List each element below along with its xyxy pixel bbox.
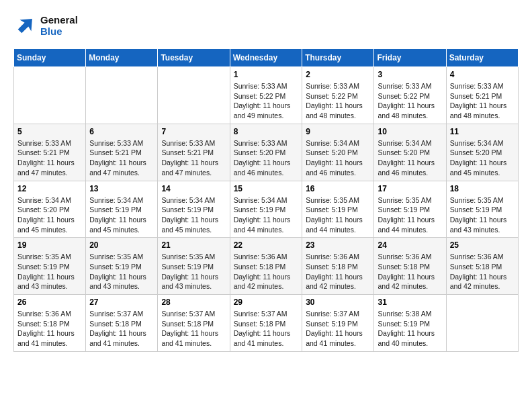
day-number: 28 bbox=[161, 298, 226, 307]
day-info: Sunrise: 5:37 AM Sunset: 5:18 PM Dayligh… bbox=[89, 309, 154, 349]
day-info: Sunrise: 5:35 AM Sunset: 5:19 PM Dayligh… bbox=[306, 195, 370, 235]
calendar-day-8: 8Sunrise: 5:33 AM Sunset: 5:20 PM Daylig… bbox=[230, 124, 302, 181]
calendar-day-2: 2Sunrise: 5:33 AM Sunset: 5:22 PM Daylig… bbox=[302, 67, 374, 124]
day-info: Sunrise: 5:36 AM Sunset: 5:18 PM Dayligh… bbox=[378, 252, 442, 291]
day-number: 22 bbox=[234, 240, 299, 250]
calendar-header-tuesday: Tuesday bbox=[158, 49, 230, 67]
day-info: Sunrise: 5:35 AM Sunset: 5:19 PM Dayligh… bbox=[161, 252, 226, 291]
calendar-header-monday: Monday bbox=[86, 49, 158, 67]
day-number: 25 bbox=[450, 240, 515, 250]
day-info: Sunrise: 5:34 AM Sunset: 5:20 PM Dayligh… bbox=[378, 138, 442, 178]
day-info: Sunrise: 5:34 AM Sunset: 5:20 PM Dayligh… bbox=[450, 138, 515, 178]
day-number: 17 bbox=[378, 184, 442, 193]
page-header: General Blue General Blue bbox=[13, 13, 519, 38]
calendar-empty-cell bbox=[14, 67, 86, 124]
day-info: Sunrise: 5:34 AM Sunset: 5:20 PM Dayligh… bbox=[17, 195, 82, 235]
calendar-day-25: 25Sunrise: 5:36 AM Sunset: 5:18 PM Dayli… bbox=[446, 238, 518, 295]
calendar-header-friday: Friday bbox=[374, 49, 446, 67]
calendar-header-row: SundayMondayTuesdayWednesdayThursdayFrid… bbox=[14, 49, 519, 67]
calendar-day-28: 28Sunrise: 5:37 AM Sunset: 5:18 PM Dayli… bbox=[158, 295, 230, 352]
calendar-day-30: 30Sunrise: 5:37 AM Sunset: 5:19 PM Dayli… bbox=[302, 295, 374, 352]
calendar-header-thursday: Thursday bbox=[302, 49, 374, 67]
calendar-day-17: 17Sunrise: 5:35 AM Sunset: 5:19 PM Dayli… bbox=[374, 181, 446, 238]
day-info: Sunrise: 5:33 AM Sunset: 5:21 PM Dayligh… bbox=[89, 138, 154, 178]
day-info: Sunrise: 5:33 AM Sunset: 5:21 PM Dayligh… bbox=[450, 81, 515, 121]
day-number: 6 bbox=[89, 127, 154, 136]
day-number: 21 bbox=[161, 240, 226, 250]
calendar-header-saturday: Saturday bbox=[446, 49, 518, 67]
day-info: Sunrise: 5:33 AM Sunset: 5:21 PM Dayligh… bbox=[17, 138, 82, 178]
calendar-day-9: 9Sunrise: 5:34 AM Sunset: 5:20 PM Daylig… bbox=[302, 124, 374, 181]
logo-line1: General bbox=[40, 14, 78, 26]
calendar-day-23: 23Sunrise: 5:36 AM Sunset: 5:18 PM Dayli… bbox=[302, 238, 374, 295]
day-info: Sunrise: 5:36 AM Sunset: 5:18 PM Dayligh… bbox=[450, 252, 515, 291]
day-number: 20 bbox=[89, 240, 154, 250]
calendar-day-22: 22Sunrise: 5:36 AM Sunset: 5:18 PM Dayli… bbox=[230, 238, 302, 295]
calendar-empty-cell bbox=[86, 67, 158, 124]
day-number: 27 bbox=[89, 298, 154, 307]
calendar-day-14: 14Sunrise: 5:34 AM Sunset: 5:19 PM Dayli… bbox=[158, 181, 230, 238]
day-info: Sunrise: 5:36 AM Sunset: 5:18 PM Dayligh… bbox=[17, 309, 82, 349]
day-number: 24 bbox=[378, 240, 442, 250]
day-number: 23 bbox=[306, 240, 370, 250]
logo: General Blue General Blue bbox=[13, 13, 78, 38]
calendar-week-row: 12Sunrise: 5:34 AM Sunset: 5:20 PM Dayli… bbox=[14, 181, 519, 238]
calendar-day-27: 27Sunrise: 5:37 AM Sunset: 5:18 PM Dayli… bbox=[86, 295, 158, 352]
day-info: Sunrise: 5:36 AM Sunset: 5:18 PM Dayligh… bbox=[306, 252, 370, 291]
day-info: Sunrise: 5:33 AM Sunset: 5:22 PM Dayligh… bbox=[234, 81, 299, 121]
calendar-table: SundayMondayTuesdayWednesdayThursdayFrid… bbox=[13, 48, 519, 352]
day-info: Sunrise: 5:35 AM Sunset: 5:19 PM Dayligh… bbox=[378, 195, 442, 235]
day-number: 16 bbox=[306, 184, 370, 193]
calendar-day-6: 6Sunrise: 5:33 AM Sunset: 5:21 PM Daylig… bbox=[86, 124, 158, 181]
day-number: 26 bbox=[17, 298, 82, 307]
calendar-day-1: 1Sunrise: 5:33 AM Sunset: 5:22 PM Daylig… bbox=[230, 67, 302, 124]
calendar-day-12: 12Sunrise: 5:34 AM Sunset: 5:20 PM Dayli… bbox=[14, 181, 86, 238]
day-number: 5 bbox=[17, 127, 82, 136]
day-number: 14 bbox=[161, 184, 226, 193]
calendar-day-24: 24Sunrise: 5:36 AM Sunset: 5:18 PM Dayli… bbox=[374, 238, 446, 295]
day-number: 29 bbox=[234, 298, 299, 307]
calendar-week-row: 1Sunrise: 5:33 AM Sunset: 5:22 PM Daylig… bbox=[14, 67, 519, 124]
day-number: 31 bbox=[378, 298, 442, 307]
calendar-day-13: 13Sunrise: 5:34 AM Sunset: 5:19 PM Dayli… bbox=[86, 181, 158, 238]
day-number: 9 bbox=[306, 127, 370, 136]
day-info: Sunrise: 5:33 AM Sunset: 5:21 PM Dayligh… bbox=[161, 138, 226, 178]
day-number: 4 bbox=[450, 70, 515, 79]
logo-line2: Blue bbox=[40, 26, 78, 37]
day-info: Sunrise: 5:34 AM Sunset: 5:20 PM Dayligh… bbox=[306, 138, 370, 178]
day-info: Sunrise: 5:33 AM Sunset: 5:22 PM Dayligh… bbox=[378, 81, 442, 121]
day-info: Sunrise: 5:33 AM Sunset: 5:20 PM Dayligh… bbox=[234, 138, 299, 178]
day-number: 11 bbox=[450, 127, 515, 136]
day-info: Sunrise: 5:36 AM Sunset: 5:18 PM Dayligh… bbox=[234, 252, 299, 291]
day-number: 3 bbox=[378, 70, 442, 79]
day-info: Sunrise: 5:37 AM Sunset: 5:19 PM Dayligh… bbox=[306, 309, 370, 349]
calendar-day-10: 10Sunrise: 5:34 AM Sunset: 5:20 PM Dayli… bbox=[374, 124, 446, 181]
calendar-header-wednesday: Wednesday bbox=[230, 49, 302, 67]
day-number: 13 bbox=[89, 184, 154, 193]
calendar-day-19: 19Sunrise: 5:35 AM Sunset: 5:19 PM Dayli… bbox=[14, 238, 86, 295]
day-number: 12 bbox=[17, 184, 82, 193]
day-number: 10 bbox=[378, 127, 442, 136]
day-info: Sunrise: 5:33 AM Sunset: 5:22 PM Dayligh… bbox=[306, 81, 370, 121]
day-number: 30 bbox=[306, 298, 370, 307]
day-number: 15 bbox=[234, 184, 299, 193]
calendar-empty-cell bbox=[446, 295, 518, 352]
day-info: Sunrise: 5:34 AM Sunset: 5:19 PM Dayligh… bbox=[89, 195, 154, 235]
calendar-day-5: 5Sunrise: 5:33 AM Sunset: 5:21 PM Daylig… bbox=[14, 124, 86, 181]
calendar-week-row: 26Sunrise: 5:36 AM Sunset: 5:18 PM Dayli… bbox=[14, 295, 519, 352]
day-info: Sunrise: 5:34 AM Sunset: 5:19 PM Dayligh… bbox=[234, 195, 299, 235]
day-info: Sunrise: 5:35 AM Sunset: 5:19 PM Dayligh… bbox=[17, 252, 82, 291]
day-number: 7 bbox=[161, 127, 226, 136]
calendar-day-31: 31Sunrise: 5:38 AM Sunset: 5:19 PM Dayli… bbox=[374, 295, 446, 352]
day-number: 2 bbox=[306, 70, 370, 79]
day-info: Sunrise: 5:37 AM Sunset: 5:18 PM Dayligh… bbox=[234, 309, 299, 349]
calendar-week-row: 19Sunrise: 5:35 AM Sunset: 5:19 PM Dayli… bbox=[14, 238, 519, 295]
calendar-day-7: 7Sunrise: 5:33 AM Sunset: 5:21 PM Daylig… bbox=[158, 124, 230, 181]
day-number: 19 bbox=[17, 240, 82, 250]
calendar-day-15: 15Sunrise: 5:34 AM Sunset: 5:19 PM Dayli… bbox=[230, 181, 302, 238]
logo-svg-icon bbox=[13, 13, 38, 38]
calendar-day-4: 4Sunrise: 5:33 AM Sunset: 5:21 PM Daylig… bbox=[446, 67, 518, 124]
calendar-day-29: 29Sunrise: 5:37 AM Sunset: 5:18 PM Dayli… bbox=[230, 295, 302, 352]
day-info: Sunrise: 5:37 AM Sunset: 5:18 PM Dayligh… bbox=[161, 309, 226, 349]
calendar-day-11: 11Sunrise: 5:34 AM Sunset: 5:20 PM Dayli… bbox=[446, 124, 518, 181]
